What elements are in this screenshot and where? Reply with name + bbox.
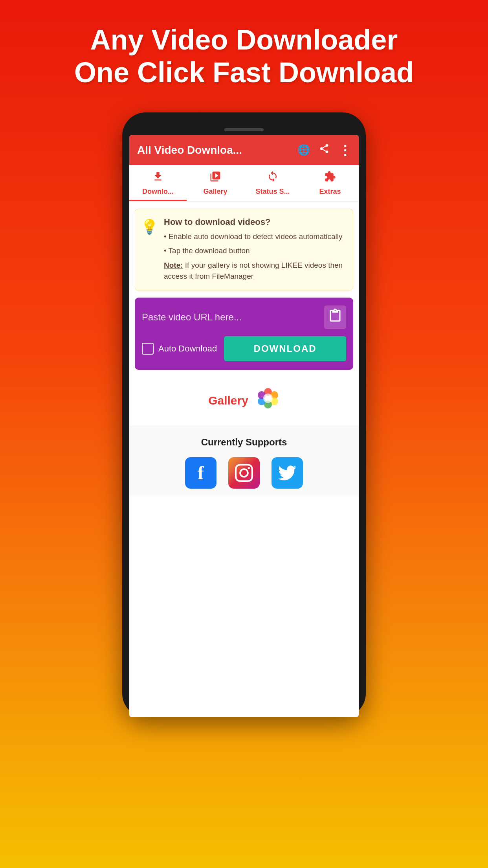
auto-download-checkbox-row[interactable]: Auto Download xyxy=(142,343,217,355)
supports-section: Currently Supports f xyxy=(129,427,359,497)
info-note: Note: If your gallery is not showing LIK… xyxy=(164,260,345,282)
extras-tab-icon xyxy=(324,171,336,185)
bulb-icon: 💡 xyxy=(141,219,158,282)
instagram-icon xyxy=(228,457,260,489)
app-bar: All Video Downloa... 🌐 ⋮ xyxy=(129,135,359,165)
note-text: If your gallery is not showing LIKEE vid… xyxy=(164,261,343,281)
phone-speaker xyxy=(224,128,264,131)
paste-icon[interactable] xyxy=(324,305,346,329)
social-icons-row: f xyxy=(135,457,353,497)
tab-status[interactable]: Status S... xyxy=(244,165,301,201)
auto-download-label: Auto Download xyxy=(158,344,217,354)
tab-download[interactable]: Downlo... xyxy=(129,165,187,201)
download-button[interactable]: DOWNLOAD xyxy=(224,336,346,361)
gallery-tab-icon xyxy=(209,171,221,185)
info-content: How to download videos? • Enable auto do… xyxy=(164,217,345,282)
info-card: 💡 How to download videos? • Enable auto … xyxy=(135,209,353,291)
app-bar-icons: 🌐 ⋮ xyxy=(297,142,351,158)
phone-mockup: All Video Downloa... 🌐 ⋮ Downlo. xyxy=(122,112,366,717)
share-icon[interactable] xyxy=(319,143,330,157)
note-label: Note: xyxy=(164,261,183,269)
download-tab-icon xyxy=(152,171,164,185)
url-placeholder[interactable]: Paste video URL here... xyxy=(142,312,242,323)
twitter-icon xyxy=(272,457,303,489)
info-bullet2: • Tap the download button xyxy=(164,245,345,257)
tabs-bar: Downlo... Gallery Status S... xyxy=(129,165,359,202)
tab-download-label: Downlo... xyxy=(142,188,174,196)
status-tab-icon xyxy=(267,171,279,185)
auto-download-checkbox[interactable] xyxy=(142,343,154,355)
tab-gallery[interactable]: Gallery xyxy=(187,165,244,201)
globe-icon[interactable]: 🌐 xyxy=(297,144,310,156)
phone-top-bar xyxy=(129,124,359,135)
info-title: How to download videos? xyxy=(164,217,345,227)
gallery-section[interactable]: Gallery xyxy=(129,375,359,427)
tab-extras-label: Extras xyxy=(319,188,341,196)
gallery-label: Gallery xyxy=(208,394,248,407)
tab-status-label: Status S... xyxy=(255,188,290,196)
hero-title: Any Video Downloader One Click Fast Down… xyxy=(59,24,429,89)
tab-extras[interactable]: Extras xyxy=(301,165,359,201)
phone-screen: All Video Downloa... 🌐 ⋮ Downlo. xyxy=(129,135,359,717)
url-download-section: Paste video URL here... Auto Download DO… xyxy=(135,298,353,370)
download-row: Auto Download DOWNLOAD xyxy=(142,336,346,361)
gallery-icon xyxy=(256,386,280,415)
tab-gallery-label: Gallery xyxy=(203,188,227,196)
facebook-icon: f xyxy=(185,457,216,489)
more-options-icon[interactable]: ⋮ xyxy=(338,142,351,158)
supports-title: Currently Supports xyxy=(135,437,353,448)
app-bar-title: All Video Downloa... xyxy=(137,144,297,156)
info-bullet1: • Enable auto download to detect videos … xyxy=(164,231,345,243)
svg-point-6 xyxy=(263,394,273,403)
url-input-row: Paste video URL here... xyxy=(142,305,346,329)
